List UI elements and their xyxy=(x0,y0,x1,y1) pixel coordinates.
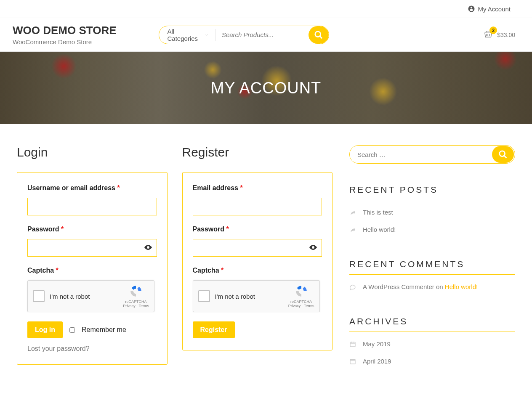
register-heading: Register xyxy=(182,145,333,159)
toggle-password-icon[interactable] xyxy=(309,244,317,252)
topbar: My Account xyxy=(0,0,532,18)
toggle-password-icon[interactable] xyxy=(144,244,152,252)
auth-columns: Login Username or email address * Passwo… xyxy=(17,145,332,391)
svg-line-6 xyxy=(504,156,507,158)
register-password-input[interactable] xyxy=(193,239,322,257)
widget-title: RECENT POSTS xyxy=(349,185,515,200)
login-actions: Log in Remember me xyxy=(27,321,157,338)
search-icon xyxy=(314,30,323,40)
leaf-icon xyxy=(349,226,356,233)
category-dropdown[interactable]: All Categories xyxy=(159,28,215,42)
register-captcha-label: Captcha * xyxy=(193,267,322,274)
comment-icon xyxy=(349,284,356,290)
user-circle-icon xyxy=(468,5,475,13)
category-label: All Categories xyxy=(168,28,200,42)
chevron-down-icon xyxy=(205,32,209,37)
register-column: Register Email address * Password * Capt… xyxy=(182,145,333,391)
login-password-label: Password * xyxy=(27,226,157,233)
calendar-icon xyxy=(349,341,356,348)
cart-total: $33.00 xyxy=(497,32,515,38)
recaptcha-icon xyxy=(295,284,308,298)
header: WOO DEMO STORE WooCommerce Demo Store Al… xyxy=(0,18,532,52)
svg-point-0 xyxy=(315,31,320,37)
sidebar: RECENT POSTS This is test Hello world! R… xyxy=(349,145,515,391)
comment-post-link[interactable]: Hello world! xyxy=(445,283,478,290)
site-brand[interactable]: WOO DEMO STORE WooCommerce Demo Store xyxy=(13,24,117,45)
svg-rect-11 xyxy=(350,359,355,364)
login-username-input[interactable] xyxy=(27,198,157,215)
login-password-input[interactable] xyxy=(27,239,157,257)
list-item: April 2019 xyxy=(349,353,515,370)
recaptcha-brand: reCAPTCHA Privacy - Terms xyxy=(123,284,149,308)
svg-point-5 xyxy=(500,151,505,157)
page-title: MY ACCOUNT xyxy=(211,79,322,97)
recaptcha-icon xyxy=(129,284,143,298)
login-column: Login Username or email address * Passwo… xyxy=(17,145,168,391)
svg-rect-7 xyxy=(350,342,355,347)
comment-author-link[interactable]: A WordPress Commenter xyxy=(363,283,434,290)
page-hero: MY ACCOUNT xyxy=(0,52,532,124)
recaptcha-checkbox[interactable] xyxy=(198,290,210,302)
recaptcha-text: I'm not a robot xyxy=(215,293,288,300)
register-email-input[interactable] xyxy=(193,198,322,215)
list-item: May 2019 xyxy=(349,335,515,353)
login-heading: Login xyxy=(17,145,168,159)
login-submit-button[interactable]: Log in xyxy=(27,321,63,338)
cart-link[interactable]: 2 $33.00 xyxy=(484,30,515,40)
list-item: A WordPress Commenter on Hello world! xyxy=(349,278,515,295)
remember-me-checkbox[interactable] xyxy=(69,327,75,333)
basket-icon-wrap: 2 xyxy=(484,30,493,40)
recaptcha-brand: reCAPTCHA Privacy - Terms xyxy=(288,284,314,308)
site-title: WOO DEMO STORE xyxy=(13,24,117,37)
my-account-link[interactable]: My Account xyxy=(468,5,515,13)
sidebar-search xyxy=(349,145,515,164)
product-searchbar: All Categories xyxy=(159,26,329,44)
list-item: Hello world! xyxy=(349,221,515,238)
widget-title: ARCHIVES xyxy=(349,316,515,332)
recaptcha-text: I'm not a robot xyxy=(50,293,123,300)
archives-widget: ARCHIVES May 2019 April 2019 xyxy=(349,316,515,370)
search-button[interactable] xyxy=(309,26,329,44)
calendar-icon xyxy=(349,358,356,365)
archive-link[interactable]: May 2019 xyxy=(363,340,391,348)
site-tagline: WooCommerce Demo Store xyxy=(13,38,117,45)
archive-link[interactable]: April 2019 xyxy=(363,358,391,365)
lost-password-link[interactable]: Lost your password? xyxy=(27,345,90,352)
post-link[interactable]: This is test xyxy=(363,209,393,216)
login-recaptcha: I'm not a robot reCAPTCHA Privacy - Term… xyxy=(27,280,154,312)
svg-line-1 xyxy=(319,36,322,38)
register-submit-button[interactable]: Register xyxy=(193,321,235,338)
register-password-label: Password * xyxy=(193,226,322,233)
sidebar-search-button[interactable] xyxy=(492,146,514,163)
register-email-label: Email address * xyxy=(193,184,322,192)
register-recaptcha: I'm not a robot reCAPTCHA Privacy - Term… xyxy=(193,280,320,312)
search-icon xyxy=(498,150,508,159)
recent-comments-widget: RECENT COMMENTS A WordPress Commenter on… xyxy=(349,259,515,295)
remember-me-label: Remember me xyxy=(82,326,126,334)
cart-count-badge: 2 xyxy=(489,27,497,34)
leaf-icon xyxy=(349,209,356,216)
main-content: Login Username or email address * Passwo… xyxy=(0,124,532,398)
sidebar-search-input[interactable] xyxy=(350,151,492,158)
recaptcha-checkbox[interactable] xyxy=(33,290,45,302)
search-input[interactable] xyxy=(215,31,309,38)
my-account-label: My Account xyxy=(478,5,511,13)
widget-title: RECENT COMMENTS xyxy=(349,259,515,275)
login-captcha-label: Captcha * xyxy=(27,267,157,274)
list-item: This is test xyxy=(349,204,515,221)
login-username-label: Username or email address * xyxy=(27,184,157,192)
recent-posts-widget: RECENT POSTS This is test Hello world! xyxy=(349,185,515,238)
login-form: Username or email address * Password * C… xyxy=(17,172,168,365)
register-form: Email address * Password * Captcha * I'm… xyxy=(182,172,333,350)
post-link[interactable]: Hello world! xyxy=(363,226,396,233)
